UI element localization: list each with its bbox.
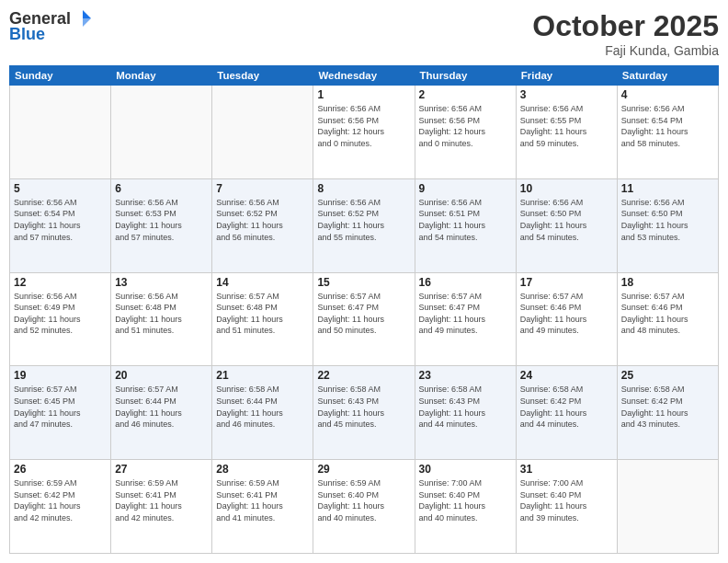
calendar-day-cell: 31Sunrise: 7:00 AMSunset: 6:40 PMDayligh… — [516, 460, 617, 554]
calendar-day-cell: 18Sunrise: 6:57 AMSunset: 6:46 PMDayligh… — [617, 272, 718, 366]
calendar-day-cell: 26Sunrise: 6:59 AMSunset: 6:42 PMDayligh… — [10, 460, 111, 554]
calendar-day-cell: 11Sunrise: 6:56 AMSunset: 6:50 PMDayligh… — [617, 178, 718, 272]
day-info: Sunrise: 6:57 AMSunset: 6:45 PMDaylight:… — [14, 384, 107, 430]
day-number: 21 — [216, 369, 309, 382]
day-info: Sunrise: 6:58 AMSunset: 6:43 PMDaylight:… — [419, 384, 512, 430]
day-info: Sunrise: 6:56 AMSunset: 6:54 PMDaylight:… — [621, 103, 714, 149]
day-number: 17 — [520, 276, 613, 289]
day-number: 20 — [115, 369, 208, 382]
day-info: Sunrise: 6:57 AMSunset: 6:46 PMDaylight:… — [520, 291, 613, 337]
svg-marker-1 — [83, 18, 91, 27]
calendar-header-tuesday: Tuesday — [212, 66, 313, 86]
calendar-day-cell: 22Sunrise: 6:58 AMSunset: 6:43 PMDayligh… — [313, 366, 415, 460]
calendar-day-cell: 12Sunrise: 6:56 AMSunset: 6:49 PMDayligh… — [10, 272, 111, 366]
day-info: Sunrise: 6:56 AMSunset: 6:56 PMDaylight:… — [419, 103, 512, 149]
page-container: General Blue October 2025 Faji Kunda, Ga… — [0, 0, 728, 563]
calendar-day-cell: 3Sunrise: 6:56 AMSunset: 6:55 PMDaylight… — [516, 86, 617, 179]
day-number: 2 — [419, 88, 512, 101]
day-number: 15 — [317, 276, 410, 289]
day-info: Sunrise: 6:57 AMSunset: 6:46 PMDaylight:… — [621, 291, 714, 337]
header: General Blue October 2025 Faji Kunda, Ga… — [9, 9, 719, 58]
svg-marker-0 — [83, 10, 91, 18]
day-info: Sunrise: 6:56 AMSunset: 6:55 PMDaylight:… — [520, 103, 613, 149]
day-number: 4 — [621, 88, 714, 101]
calendar-day-cell: 28Sunrise: 6:59 AMSunset: 6:41 PMDayligh… — [212, 460, 313, 554]
day-info: Sunrise: 6:56 AMSunset: 6:49 PMDaylight:… — [14, 291, 107, 337]
day-number: 24 — [520, 369, 613, 382]
day-info: Sunrise: 6:58 AMSunset: 6:42 PMDaylight:… — [520, 384, 613, 430]
calendar-day-cell: 29Sunrise: 6:59 AMSunset: 6:40 PMDayligh… — [313, 460, 415, 554]
day-number: 5 — [14, 182, 107, 195]
day-number: 8 — [317, 182, 410, 195]
calendar-header-saturday: Saturday — [617, 66, 718, 86]
calendar-week-row: 1Sunrise: 6:56 AMSunset: 6:56 PMDaylight… — [10, 86, 719, 179]
day-number: 9 — [419, 182, 512, 195]
day-number: 25 — [621, 369, 714, 382]
calendar-day-cell: 20Sunrise: 6:57 AMSunset: 6:44 PMDayligh… — [111, 366, 212, 460]
day-info: Sunrise: 6:56 AMSunset: 6:52 PMDaylight:… — [317, 197, 410, 243]
calendar-day-cell: 24Sunrise: 6:58 AMSunset: 6:42 PMDayligh… — [516, 366, 617, 460]
logo-icon — [73, 8, 93, 29]
calendar-day-cell — [212, 86, 313, 179]
day-number: 27 — [115, 463, 208, 476]
day-number: 22 — [317, 369, 410, 382]
calendar-day-cell: 17Sunrise: 6:57 AMSunset: 6:46 PMDayligh… — [516, 272, 617, 366]
calendar-day-cell: 25Sunrise: 6:58 AMSunset: 6:42 PMDayligh… — [617, 366, 718, 460]
day-number: 26 — [14, 463, 107, 476]
calendar-header-monday: Monday — [111, 66, 212, 86]
calendar-day-cell: 16Sunrise: 6:57 AMSunset: 6:47 PMDayligh… — [415, 272, 516, 366]
day-number: 18 — [621, 276, 714, 289]
day-number: 7 — [216, 182, 309, 195]
day-number: 13 — [115, 276, 208, 289]
calendar-day-cell: 13Sunrise: 6:56 AMSunset: 6:48 PMDayligh… — [111, 272, 212, 366]
day-number: 29 — [317, 463, 410, 476]
day-number: 10 — [520, 182, 613, 195]
day-number: 23 — [419, 369, 512, 382]
calendar-header-wednesday: Wednesday — [313, 66, 415, 86]
calendar-day-cell — [111, 86, 212, 179]
calendar-day-cell: 21Sunrise: 6:58 AMSunset: 6:44 PMDayligh… — [212, 366, 313, 460]
calendar-day-cell: 15Sunrise: 6:57 AMSunset: 6:47 PMDayligh… — [313, 272, 415, 366]
day-info: Sunrise: 6:58 AMSunset: 6:43 PMDaylight:… — [317, 384, 410, 430]
calendar-day-cell: 9Sunrise: 6:56 AMSunset: 6:51 PMDaylight… — [415, 178, 516, 272]
calendar-week-row: 12Sunrise: 6:56 AMSunset: 6:49 PMDayligh… — [10, 272, 719, 366]
day-info: Sunrise: 6:57 AMSunset: 6:47 PMDaylight:… — [419, 291, 512, 337]
calendar-day-cell — [617, 460, 718, 554]
day-number: 12 — [14, 276, 107, 289]
day-info: Sunrise: 6:57 AMSunset: 6:47 PMDaylight:… — [317, 291, 410, 337]
calendar-day-cell: 30Sunrise: 7:00 AMSunset: 6:40 PMDayligh… — [415, 460, 516, 554]
calendar-week-row: 19Sunrise: 6:57 AMSunset: 6:45 PMDayligh… — [10, 366, 719, 460]
day-number: 14 — [216, 276, 309, 289]
day-info: Sunrise: 6:58 AMSunset: 6:44 PMDaylight:… — [216, 384, 309, 430]
logo: General Blue — [9, 9, 93, 44]
calendar-day-cell: 27Sunrise: 6:59 AMSunset: 6:41 PMDayligh… — [111, 460, 212, 554]
day-info: Sunrise: 6:59 AMSunset: 6:41 PMDaylight:… — [115, 477, 208, 523]
day-info: Sunrise: 6:57 AMSunset: 6:44 PMDaylight:… — [115, 384, 208, 430]
day-info: Sunrise: 6:58 AMSunset: 6:42 PMDaylight:… — [621, 384, 714, 430]
day-info: Sunrise: 6:59 AMSunset: 6:42 PMDaylight:… — [14, 477, 107, 523]
day-info: Sunrise: 6:57 AMSunset: 6:48 PMDaylight:… — [216, 291, 309, 337]
calendar-day-cell: 6Sunrise: 6:56 AMSunset: 6:53 PMDaylight… — [111, 178, 212, 272]
calendar-table: SundayMondayTuesdayWednesdayThursdayFrid… — [9, 65, 719, 554]
day-number: 1 — [317, 88, 410, 101]
day-info: Sunrise: 6:56 AMSunset: 6:48 PMDaylight:… — [115, 291, 208, 337]
calendar-week-row: 26Sunrise: 6:59 AMSunset: 6:42 PMDayligh… — [10, 460, 719, 554]
calendar-day-cell: 5Sunrise: 6:56 AMSunset: 6:54 PMDaylight… — [10, 178, 111, 272]
calendar-day-cell: 23Sunrise: 6:58 AMSunset: 6:43 PMDayligh… — [415, 366, 516, 460]
calendar-header-row: SundayMondayTuesdayWednesdayThursdayFrid… — [10, 66, 719, 86]
day-info: Sunrise: 6:59 AMSunset: 6:41 PMDaylight:… — [216, 477, 309, 523]
calendar-header-thursday: Thursday — [415, 66, 516, 86]
calendar-day-cell — [10, 86, 111, 179]
calendar-header-sunday: Sunday — [10, 66, 111, 86]
calendar-day-cell: 2Sunrise: 6:56 AMSunset: 6:56 PMDaylight… — [415, 86, 516, 179]
day-number: 30 — [419, 463, 512, 476]
day-info: Sunrise: 6:56 AMSunset: 6:54 PMDaylight:… — [14, 197, 107, 243]
day-info: Sunrise: 6:56 AMSunset: 6:50 PMDaylight:… — [520, 197, 613, 243]
calendar-day-cell: 14Sunrise: 6:57 AMSunset: 6:48 PMDayligh… — [212, 272, 313, 366]
calendar-day-cell: 7Sunrise: 6:56 AMSunset: 6:52 PMDaylight… — [212, 178, 313, 272]
day-number: 6 — [115, 182, 208, 195]
calendar-week-row: 5Sunrise: 6:56 AMSunset: 6:54 PMDaylight… — [10, 178, 719, 272]
day-info: Sunrise: 6:56 AMSunset: 6:53 PMDaylight:… — [115, 197, 208, 243]
calendar-day-cell: 10Sunrise: 6:56 AMSunset: 6:50 PMDayligh… — [516, 178, 617, 272]
day-number: 3 — [520, 88, 613, 101]
